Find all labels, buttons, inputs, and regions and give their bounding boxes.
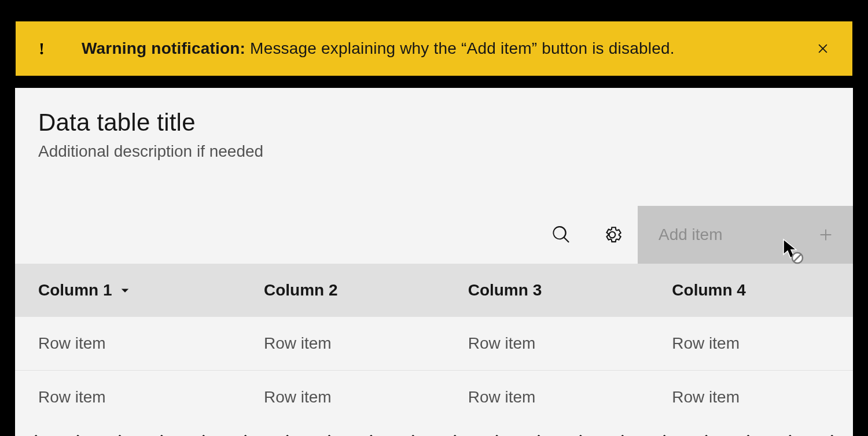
- notification-title: Warning notification:: [82, 39, 245, 57]
- column-header-4[interactable]: Column 4: [649, 264, 853, 317]
- caret-down-icon: [119, 284, 131, 296]
- gear-icon: [602, 225, 622, 245]
- table-toolbar: Add item: [15, 206, 853, 264]
- column-header-2[interactable]: Column 2: [241, 264, 445, 317]
- table-title: Data table title: [38, 109, 830, 136]
- column-header-1[interactable]: Column 1: [15, 264, 241, 317]
- table-header-row: Column 1 Column 2 Column 3 Column 4: [15, 264, 853, 317]
- add-item-label: Add item: [659, 226, 723, 244]
- table-subtitle: Additional description if needed: [38, 142, 830, 161]
- warning-icon-mask: [53, 35, 61, 62]
- column-header-3[interactable]: Column 3: [445, 264, 649, 317]
- table-cell: Row item: [649, 317, 853, 371]
- table-cell: Row item: [15, 371, 241, 424]
- table-row: Row item Row item Row item Row item: [15, 371, 853, 424]
- notification-close-button[interactable]: [810, 35, 836, 62]
- plus-icon: [817, 226, 834, 243]
- data-table: Column 1 Column 2 Column 3 Column 4 Row …: [15, 264, 853, 424]
- settings-button[interactable]: [587, 206, 638, 264]
- warning-icon: !: [39, 39, 45, 58]
- search-icon: [551, 225, 571, 245]
- notification-body: Message explaining why the “Add item” bu…: [250, 39, 675, 57]
- add-item-button: Add item: [638, 206, 853, 264]
- table-cell: Row item: [445, 371, 649, 424]
- column-header-3-label: Column 3: [468, 281, 542, 299]
- notification-message: Warning notification: Message explaining…: [82, 39, 789, 58]
- column-header-2-label: Column 2: [264, 281, 338, 299]
- warning-notification: ! Warning notification: Message explaini…: [15, 21, 853, 76]
- table-cell: Row item: [649, 371, 853, 424]
- table-cell: Row item: [241, 317, 445, 371]
- data-table-container: Data table title Additional description …: [15, 88, 853, 424]
- close-icon: [814, 40, 832, 57]
- table-cell: Row item: [241, 371, 445, 424]
- search-button[interactable]: [536, 206, 587, 264]
- table-cell: Row item: [15, 317, 241, 371]
- torn-edge: [15, 423, 853, 436]
- table-cell: Row item: [445, 317, 649, 371]
- table-row: Row item Row item Row item Row item: [15, 317, 853, 371]
- column-header-1-label: Column 1: [38, 281, 112, 300]
- column-header-4-label: Column 4: [672, 281, 746, 299]
